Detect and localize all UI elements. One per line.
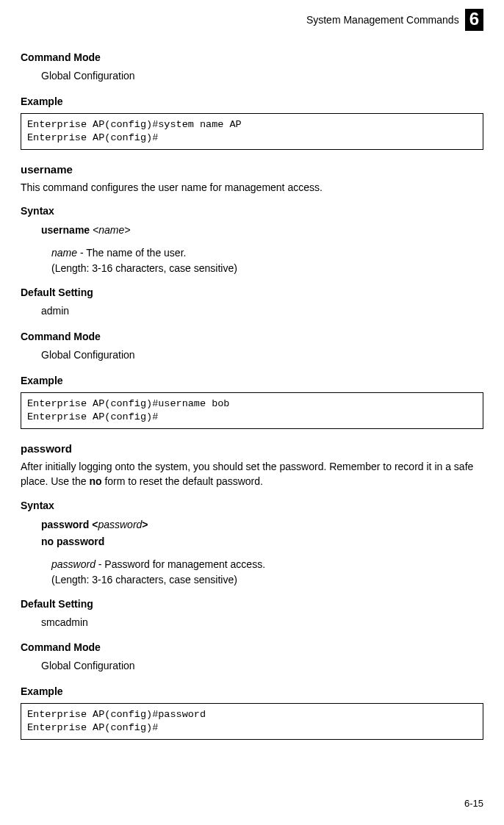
example-label-2: Example [21, 375, 483, 386]
default-label: Default Setting [21, 287, 483, 298]
password-syntax-1: password <password> [41, 517, 483, 533]
default-value-2: smcadmin [41, 616, 483, 630]
param-len: (Length: 3-16 characters, case sensitive… [51, 262, 237, 274]
header-title: System Management Commands [306, 14, 459, 26]
param-desc: - The name of the user. [77, 247, 186, 259]
param-len-2: (Length: 3-16 characters, case sensitive… [51, 574, 237, 586]
example-label-3: Example [21, 685, 483, 697]
command-mode-value: Global Configuration [41, 69, 483, 84]
command-mode-value-3: Global Configuration [41, 659, 483, 674]
code-example-1: Enterprise AP(config)#system name AP Ent… [21, 113, 483, 150]
syntax-cmd1a: password < [41, 519, 98, 530]
command-mode-value-2: Global Configuration [41, 348, 483, 363]
password-syntax-2: no password [41, 534, 483, 550]
param-name: name [51, 247, 77, 259]
syntax-label: Syntax [21, 205, 483, 217]
example-label: Example [21, 96, 483, 107]
chapter-badge: 6 [465, 9, 483, 31]
password-desc: After initially logging onto the system,… [21, 459, 483, 489]
param-desc-2: - Password for management access. [96, 558, 265, 570]
username-syntax: username <name> [41, 223, 483, 238]
default-value: admin [41, 304, 483, 319]
param-name-2: password [51, 558, 96, 570]
username-param: name - The name of the user. (Length: 3-… [51, 245, 483, 276]
page-header: System Management Commands 6 [21, 9, 483, 31]
desc-post: form to reset the default password. [102, 475, 263, 487]
syntax-cmd1b: password [98, 519, 142, 530]
command-mode-label: Command Mode [21, 51, 483, 63]
default-label-2: Default Setting [21, 598, 483, 610]
username-desc: This command configures the user name fo… [21, 180, 483, 195]
syntax-label-2: Syntax [21, 500, 483, 511]
page-number: 6-15 [464, 798, 483, 809]
command-mode-label-3: Command Mode [21, 641, 483, 653]
syntax-cmd1c: > [142, 519, 148, 530]
password-param: password - Password for management acces… [51, 557, 483, 588]
code-example-3: Enterprise AP(config)#password Enterpris… [21, 703, 483, 740]
password-heading: password [21, 442, 483, 455]
username-heading: username [21, 163, 483, 176]
code-example-2: Enterprise AP(config)#username bob Enter… [21, 392, 483, 429]
syntax-cmd: username [41, 224, 90, 236]
desc-bold: no [89, 475, 101, 487]
syntax-cmd2: no password [41, 536, 104, 547]
syntax-arg: <name> [93, 224, 130, 236]
command-mode-label-2: Command Mode [21, 331, 483, 342]
